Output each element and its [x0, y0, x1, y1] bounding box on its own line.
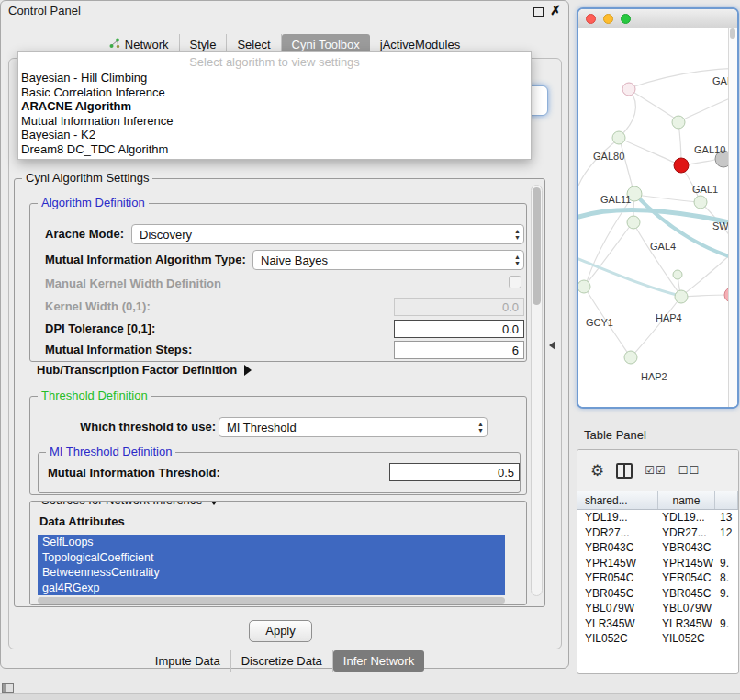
- close-traffic-light-icon[interactable]: [586, 14, 596, 24]
- panel-collapse-handle-icon[interactable]: [549, 341, 555, 350]
- aracne-mode-combo[interactable]: Discovery ▲▼: [131, 224, 524, 244]
- network-node[interactable]: [622, 83, 635, 96]
- network-vscrollbar[interactable]: [728, 28, 737, 407]
- attribute-item-gal4rgexp[interactable]: gal4RGexp: [38, 581, 505, 596]
- algorithm-dropdown-popup: Select algorithm to view settings Bayesi…: [17, 51, 532, 160]
- table-row[interactable]: YER054CYER054C8.: [577, 570, 738, 586]
- network-edge: [620, 140, 633, 191]
- mi-steps-label: Mutual Information Steps:: [45, 343, 192, 356]
- status-bar: [0, 693, 740, 700]
- mi-steps-input[interactable]: 6: [394, 341, 524, 359]
- hub-transcription-section-toggle[interactable]: Hub/Transcription Factor Definition: [37, 363, 252, 377]
- select-all-checkboxes-icon[interactable]: ☑☑: [645, 464, 667, 477]
- restore-panel-icon[interactable]: [2, 683, 14, 693]
- manual-kernel-checkbox[interactable]: [509, 276, 521, 288]
- aracne-mode-label: Aracne Mode:: [45, 227, 124, 241]
- tab-discretize-data[interactable]: Discretize Data: [231, 650, 333, 672]
- attribute-item-betweennesscentrality[interactable]: BetweennessCentrality: [38, 565, 505, 581]
- kernel-width-input[interactable]: 0.0: [394, 298, 524, 316]
- table-row[interactable]: YIL052CYIL052C: [577, 631, 738, 647]
- node-label-gal11: GAL11: [600, 194, 631, 205]
- data-attributes-label: Data Attributes: [39, 514, 125, 528]
- network-node[interactable]: [674, 158, 689, 173]
- table-body: YDL19...YDL19...13YDR27...YDR27...12YBR0…: [577, 510, 738, 647]
- network-node[interactable]: [624, 351, 637, 364]
- minimize-traffic-light-icon[interactable]: [603, 14, 613, 24]
- algorithm-option-dream8-dc-tdc-algorithm[interactable]: Dream8 DC_TDC Algorithm: [18, 142, 531, 157]
- algorithm-option-bayesian-hill-climbing[interactable]: Bayesian - Hill Climbing: [18, 71, 531, 85]
- algorithm-option-mutual-information-inference[interactable]: Mutual Information Inference: [18, 114, 531, 129]
- network-node[interactable]: [612, 131, 625, 144]
- table-row[interactable]: YDR27...YDR27...12: [577, 525, 738, 541]
- control-panel-titlebar[interactable]: Control Panel ✗: [1, 1, 568, 21]
- mi-type-label: Mutual Information Algorithm Type:: [45, 253, 246, 266]
- algorithm-definition-title: Algorithm Definition: [38, 196, 149, 209]
- data-attributes-list: SelfLoopsTopologicalCoefficientBetweenne…: [38, 535, 505, 595]
- column-header-3[interactable]: [715, 491, 738, 509]
- network-node[interactable]: [578, 280, 590, 293]
- network-node[interactable]: [673, 270, 682, 279]
- settings-scrollbar[interactable]: [531, 185, 543, 596]
- network-canvas[interactable]: GALGAL80GAL10GAL11GAL1SWI4GAL4GCY1HAP4HA…: [578, 28, 737, 407]
- mi-threshold-definition-title: MI Threshold Definition: [46, 445, 175, 458]
- algorithm-option-basic-correlation-inference[interactable]: Basic Correlation Inference: [18, 85, 531, 100]
- scrollbar-thumb[interactable]: [533, 187, 541, 305]
- close-window-icon[interactable]: ✗: [550, 3, 561, 17]
- network-window-titlebar[interactable]: [578, 9, 737, 28]
- table-row[interactable]: YBR045CYBR045C9.: [577, 586, 738, 602]
- table-row[interactable]: YBR043CYBR043C: [577, 540, 738, 556]
- expand-right-icon: [244, 365, 252, 376]
- network-edge: [621, 89, 635, 136]
- network-node[interactable]: [672, 116, 685, 129]
- deselect-all-checkboxes-icon[interactable]: ☐☐: [678, 464, 701, 477]
- attribute-item-topologicalcoefficient[interactable]: TopologicalCoefficient: [38, 550, 505, 566]
- column-header-2[interactable]: name: [658, 491, 715, 509]
- table-row[interactable]: YBL079WYBL079W: [577, 601, 738, 616]
- network-node[interactable]: [737, 224, 739, 239]
- collapse-down-icon: [208, 501, 219, 505]
- scrollbar-thumb[interactable]: [730, 28, 735, 39]
- column-header-1[interactable]: shared...: [577, 491, 658, 509]
- network-edge: [633, 298, 680, 356]
- network-node[interactable]: [694, 196, 707, 209]
- zoom-traffic-light-icon[interactable]: [621, 14, 631, 24]
- float-window-icon[interactable]: [533, 7, 544, 17]
- kernel-width-label: Kernel Width (0,1):: [45, 299, 151, 313]
- algorithm-option-bayesian-k2[interactable]: Bayesian - K2: [18, 128, 531, 142]
- bottom-tab-bar: Impute DataDiscretize DataInfer Network: [1, 650, 568, 672]
- node-label-hap2: HAP2: [641, 371, 667, 382]
- table-row[interactable]: YPR145WYPR145W9.: [577, 556, 738, 571]
- table-toolbar: ⚙ ☑☑ ☐☐: [577, 450, 738, 491]
- algorithm-option-aracne-algorithm[interactable]: ARACNE Algorithm: [18, 99, 531, 114]
- attribute-item-selfloops[interactable]: SelfLoops: [38, 535, 505, 550]
- algorithm-definition-group: Algorithm Definition Aracne Mode: Discov…: [29, 203, 527, 362]
- network-edge: [635, 195, 698, 202]
- which-threshold-label: Which threshold to use:: [80, 420, 216, 434]
- node-label-gal10: GAL10: [694, 144, 725, 155]
- node-label-hap4: HAP4: [656, 312, 682, 323]
- mi-threshold-definition-group: MI Threshold Definition Mutual Informati…: [38, 452, 521, 493]
- algorithm-list: Bayesian - Hill ClimbingBasic Correlatio…: [18, 71, 531, 157]
- apply-button[interactable]: Apply: [249, 620, 312, 642]
- table-row[interactable]: YDL19...YDL19...13: [577, 510, 738, 525]
- gear-icon[interactable]: ⚙: [590, 461, 604, 480]
- attributes-hscrollbar[interactable]: [38, 597, 505, 604]
- mi-threshold-input[interactable]: 0.5: [389, 463, 520, 481]
- network-view-window: GALGAL80GAL10GAL11GAL1SWI4GAL4GCY1HAP4HA…: [577, 7, 739, 409]
- columns-icon[interactable]: [616, 463, 633, 479]
- tab-infer-network[interactable]: Infer Network: [333, 650, 424, 672]
- combo-stepper-icon: ▲▼: [514, 254, 521, 266]
- dpi-tolerance-input[interactable]: 0.0: [394, 320, 524, 338]
- node-label-gal4: GAL4: [650, 241, 676, 252]
- network-node[interactable]: [627, 216, 640, 229]
- sources-group: Sources for Network Inference Data Attri…: [29, 501, 527, 605]
- network-edge: [578, 139, 619, 186]
- dpi-tolerance-label: DPI Tolerance [0,1]:: [45, 322, 155, 335]
- mi-type-combo[interactable]: Naive Bayes ▲▼: [252, 250, 524, 270]
- table-row[interactable]: YLR345WYLR345W9.: [577, 616, 738, 632]
- which-threshold-combo[interactable]: MI Threshold ▲▼: [219, 417, 488, 437]
- network-svg: GALGAL80GAL10GAL11GAL1SWI4GAL4GCY1HAP4HA…: [578, 28, 739, 409]
- tab-impute-data[interactable]: Impute Data: [145, 650, 231, 672]
- sources-group-title[interactable]: Sources for Network Inference: [38, 501, 223, 507]
- network-node[interactable]: [675, 290, 688, 303]
